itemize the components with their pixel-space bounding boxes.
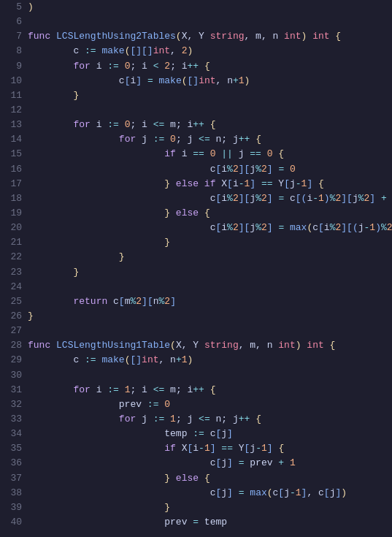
code-line: if i == 0 || j == 0 {: [28, 147, 386, 161]
line-number: 7: [3, 29, 22, 44]
line-number: 9: [3, 59, 22, 74]
code-line: for j := 1; j <= n; j++ {: [28, 412, 386, 427]
line-number: 8: [3, 44, 22, 58]
code-line: }: [28, 500, 386, 515]
line-number: 15: [3, 147, 22, 161]
code-line: }: [28, 88, 386, 103]
line-number: 37: [3, 471, 22, 486]
line-number: 39: [3, 500, 22, 515]
line-number: 22: [3, 250, 22, 264]
line-number: 17: [3, 177, 22, 191]
code-line: c[i%2][j%2] = max(c[i%2][(j-1)%2], c[: [28, 221, 386, 235]
code-line: }: [28, 265, 386, 280]
code-line: [28, 324, 386, 338]
line-number: 21: [3, 235, 22, 250]
line-number: 24: [3, 280, 22, 294]
line-number: 34: [3, 427, 22, 441]
code-editor: 5678910111213141516171819202122232425262…: [0, 0, 392, 530]
code-line: c[i] = make([]int, n+1): [28, 74, 386, 88]
code-line: [28, 368, 386, 383]
code-line: [28, 15, 386, 29]
line-number: 10: [3, 74, 22, 88]
line-number: 25: [3, 294, 22, 309]
code-line: return c[m%2][n%2]: [28, 294, 386, 309]
line-number: 35: [3, 441, 22, 456]
code-line: c[j] = prev + 1: [28, 456, 386, 471]
code-line: c[i%2][j%2] = 0: [28, 162, 386, 177]
code-line: func LCSLengthUsing1Table(X, Y string, m…: [28, 338, 386, 353]
line-number: 26: [3, 309, 22, 324]
line-number: 33: [3, 412, 22, 427]
code-line: }: [28, 235, 386, 250]
line-number: 36: [3, 456, 22, 471]
line-number: 19: [3, 206, 22, 221]
code-line: for i := 0; i < 2; i++ {: [28, 59, 386, 74]
line-number: 23: [3, 265, 22, 280]
line-number: 32: [3, 397, 22, 412]
code-line: } else {: [28, 206, 386, 221]
code-line: prev = temp: [28, 515, 386, 530]
line-number: 40: [3, 515, 22, 530]
line-number: 27: [3, 324, 22, 338]
code-line: c[i%2][j%2] = c[(i-1)%2][j%2] + 1: [28, 191, 386, 206]
code-area[interactable]: ) func LCSLengthUsing2Tables(X, Y string…: [28, 0, 392, 530]
code-line: [28, 103, 386, 118]
line-number: 28: [3, 338, 22, 353]
line-number: 11: [3, 88, 22, 103]
line-number: 18: [3, 191, 22, 206]
line-number: 30: [3, 368, 22, 383]
code-line: prev := 0: [28, 397, 386, 412]
code-line: for j := 0; j <= n; j++ {: [28, 132, 386, 147]
line-number-gutter: 5678910111213141516171819202122232425262…: [0, 0, 28, 530]
code-line: [28, 280, 386, 294]
code-line: for i := 1; i <= m; i++ {: [28, 383, 386, 397]
code-line: if X[i-1] == Y[j-1] {: [28, 441, 386, 456]
code-line: c := make([][]int, 2): [28, 44, 386, 58]
line-number: 29: [3, 353, 22, 367]
code-line: temp := c[j]: [28, 427, 386, 441]
line-number: 14: [3, 132, 22, 147]
line-number: 31: [3, 383, 22, 397]
code-line: } else {: [28, 471, 386, 486]
code-line: ): [28, 0, 386, 15]
line-number: 5: [3, 0, 22, 15]
code-line: }: [28, 309, 386, 324]
line-number: 20: [3, 221, 22, 235]
line-number: 6: [3, 15, 22, 29]
line-number: 16: [3, 162, 22, 177]
code-line: } else if X[i-1] == Y[j-1] {: [28, 177, 386, 191]
line-number: 13: [3, 118, 22, 132]
code-line: c[j] = max(c[j-1], c[j]): [28, 486, 386, 500]
code-line: func LCSLengthUsing2Tables(X, Y string, …: [28, 29, 386, 44]
code-line: for i := 0; i <= m; i++ {: [28, 118, 386, 132]
code-line: }: [28, 250, 386, 264]
code-line: c := make([]int, n+1): [28, 353, 386, 367]
line-number: 38: [3, 486, 22, 500]
line-number: 12: [3, 103, 22, 118]
